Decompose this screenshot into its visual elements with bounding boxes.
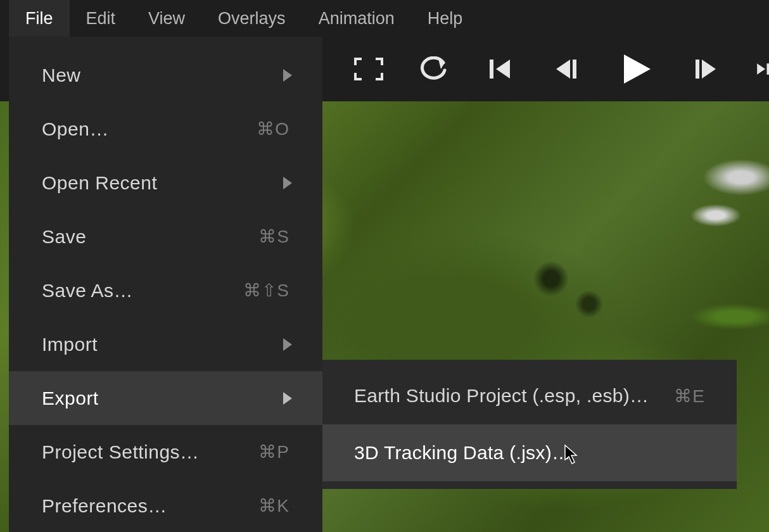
step-forward-button[interactable] (690, 54, 721, 84)
submenu-item-earth-studio-project[interactable]: Earth Studio Project (.esp, .esb)… ⌘E (322, 367, 737, 424)
play-icon (620, 53, 652, 85)
menu-item-save[interactable]: Save ⌘S (9, 210, 322, 263)
menu-item-shortcut: ⌘P (258, 441, 289, 462)
submenu-item-label: Earth Studio Project (.esp, .esb)… (354, 385, 674, 407)
svg-marker-1 (496, 60, 510, 79)
menu-item-shortcut: ⌘S (258, 226, 289, 247)
menu-item-label: Preferences… (42, 495, 258, 517)
skip-start-button[interactable] (485, 54, 516, 84)
skip-end-button[interactable] (756, 54, 769, 84)
submenu-item-shortcut: ⌘E (674, 386, 705, 407)
menubar-item-overlays[interactable]: Overlays (201, 0, 302, 37)
menubar-item-view[interactable]: View (132, 0, 201, 37)
menu-item-shortcut: ⌘⇧S (243, 280, 289, 301)
menu-item-label: Project Settings… (42, 441, 258, 463)
menu-item-shortcut: ⌘K (258, 495, 289, 516)
menubar: File Edit View Overlays Animation Help (0, 0, 769, 37)
menu-item-label: Save As… (42, 280, 243, 301)
svg-rect-5 (696, 60, 699, 79)
snap-frame-button[interactable] (353, 54, 384, 84)
menu-item-preferences[interactable]: Preferences… ⌘K (9, 479, 322, 532)
menu-item-label: New (42, 65, 289, 86)
svg-marker-2 (556, 60, 570, 79)
step-back-button[interactable] (551, 54, 582, 84)
chevron-right-icon (283, 177, 292, 189)
skip-end-icon (756, 58, 769, 80)
menu-item-label: Import (42, 334, 289, 355)
file-menu-dropdown: New Open… ⌘O Open Recent Save ⌘S Save As… (9, 37, 322, 532)
export-submenu: Earth Studio Project (.esp, .esb)… ⌘E 3D… (322, 360, 737, 489)
menubar-item-edit[interactable]: Edit (70, 0, 132, 37)
menubar-item-help[interactable]: Help (411, 0, 480, 37)
menu-item-export[interactable]: Export (9, 371, 322, 425)
brackets-icon (354, 58, 383, 80)
loop-button[interactable] (419, 54, 450, 84)
menubar-item-animation[interactable]: Animation (302, 0, 411, 37)
menu-item-save-as[interactable]: Save As… ⌘⇧S (9, 263, 322, 317)
svg-rect-8 (766, 63, 769, 75)
menu-item-label: Open… (42, 118, 257, 140)
chevron-right-icon (283, 69, 292, 82)
menu-item-project-settings[interactable]: Project Settings… ⌘P (9, 425, 322, 479)
step-back-icon (555, 58, 578, 80)
menu-item-import[interactable]: Import (9, 317, 322, 371)
chevron-right-icon (283, 338, 292, 351)
menu-item-label: Open Recent (42, 172, 289, 194)
svg-rect-3 (573, 60, 576, 79)
svg-marker-7 (757, 63, 765, 75)
menu-item-label: Export (42, 388, 289, 409)
menu-item-label: Save (42, 226, 258, 248)
submenu-item-3d-tracking-data[interactable]: 3D Tracking Data (.jsx)… (322, 424, 737, 481)
chevron-right-icon (283, 392, 292, 405)
menu-item-open[interactable]: Open… ⌘O (9, 102, 322, 156)
play-button[interactable] (617, 54, 655, 84)
menubar-item-file[interactable]: File (9, 0, 70, 37)
svg-rect-0 (490, 60, 493, 79)
step-forward-icon (694, 58, 717, 80)
menu-item-shortcut: ⌘O (257, 118, 289, 139)
loop-icon (419, 56, 450, 82)
menu-item-open-recent[interactable]: Open Recent (9, 156, 322, 210)
svg-marker-4 (624, 54, 651, 84)
menu-item-new[interactable]: New (9, 48, 322, 102)
svg-marker-6 (702, 60, 716, 79)
submenu-item-label: 3D Tracking Data (.jsx)… (354, 442, 705, 464)
skip-start-icon (490, 58, 511, 80)
